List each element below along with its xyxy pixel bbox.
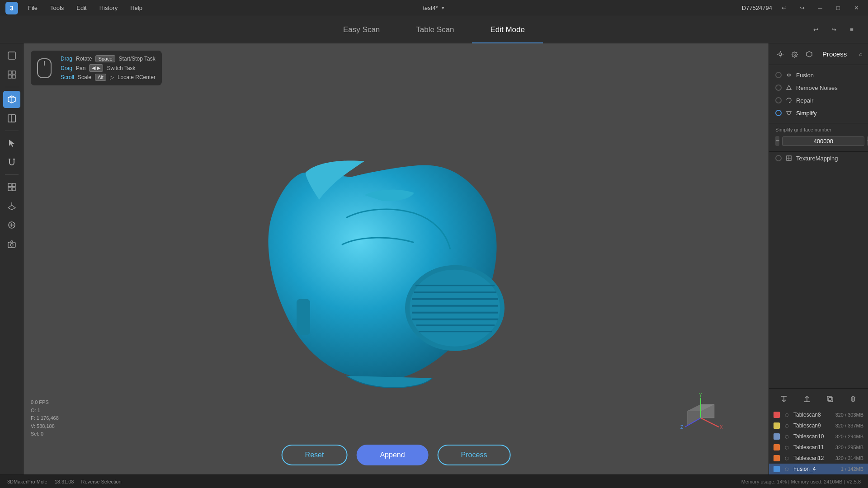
viewport-hints: Drag Rotate Space Start/Stop Task Drag P…: [31, 51, 162, 85]
scan-item-tablescan10[interactable]: ⬡ Tablescan10 320 / 294MB: [769, 431, 868, 442]
tab-table-scan[interactable]: Table Scan: [398, 16, 472, 43]
tool-crosshatch[interactable]: [3, 178, 20, 196]
bottom-buttons: Reset Append Process: [282, 445, 511, 465]
scan-icon-fusion4: ⬡: [783, 466, 790, 472]
navbar-menu-btn[interactable]: ≡: [844, 23, 859, 37]
navbar-redo-btn[interactable]: ↪: [826, 23, 841, 37]
hint-pan-label: Pan: [76, 65, 85, 71]
process-item-simplify[interactable]: Simplify: [769, 107, 868, 119]
svg-point-24: [10, 244, 13, 246]
hint-row-pan: Drag Pan ◀ ▶ Switch Task: [61, 64, 156, 72]
panel-icon-sun[interactable]: [774, 48, 786, 60]
hint-space-key: Space: [95, 55, 115, 62]
panel-expand-btn[interactable]: ⌕: [859, 51, 863, 57]
hint-switch-task: Switch Task: [107, 65, 135, 71]
process-item-texture-mapping[interactable]: TextureMapping: [769, 152, 868, 164]
hint-start-stop: Start/Stop Task: [119, 56, 156, 62]
repair-icon: [785, 97, 793, 104]
scan-color-tablescan10: [774, 433, 780, 440]
scan-list: ⬡ Tablescan8 320 / 303MB ⬡ Tablescan9 32…: [769, 409, 868, 474]
scan-item-tablescan11[interactable]: ⬡ Tablescan11 320 / 295MB: [769, 442, 868, 453]
fusion-icon: [785, 71, 793, 79]
scan-name-tablescan9: Tablescan9: [793, 422, 832, 429]
menu-help[interactable]: Help: [127, 4, 145, 12]
hint-locate-center: Locate RCenter: [118, 74, 156, 80]
scan-size-tablescan8: 320 / 303MB: [835, 412, 863, 418]
viewport[interactable]: Drag Rotate Space Start/Stop Task Drag P…: [24, 43, 769, 474]
navbar: Easy Scan Table Scan Edit Mode ↩ ↪ ≡: [0, 16, 868, 43]
scan-icon-tablescan8: ⬡: [783, 412, 790, 418]
main-layout: Drag Rotate Space Start/Stop Task Drag P…: [0, 43, 868, 474]
scan-item-tablescan8[interactable]: ⬡ Tablescan8 320 / 303MB: [769, 409, 868, 420]
svg-rect-23: [8, 242, 15, 248]
reset-button[interactable]: Reset: [282, 445, 348, 465]
scan-size-tablescan9: 320 / 337MB: [835, 423, 863, 428]
scan-name-tablescan11: Tablescan11: [793, 444, 832, 450]
process-item-remove-noises[interactable]: Remove Noises: [769, 81, 868, 94]
process-item-fusion[interactable]: Fusion: [769, 69, 868, 81]
tool-add-layer[interactable]: [3, 216, 20, 234]
panel-duplicate-btn[interactable]: [823, 392, 837, 406]
svg-marker-29: [701, 404, 714, 418]
tab-edit-mode[interactable]: Edit Mode: [472, 16, 543, 43]
close-btn[interactable]: ✕: [850, 2, 863, 14]
panel-import-btn[interactable]: [777, 392, 791, 406]
panel-icon-settings[interactable]: [789, 48, 801, 60]
scan-item-tablescan9[interactable]: ⬡ Tablescan9 320 / 337MB: [769, 420, 868, 431]
hint-row-scale: Scroll Scale Alt ▷ Locate RCenter: [61, 74, 156, 81]
toolbar-separator-2: [5, 131, 19, 131]
minimize-btn[interactable]: ─: [814, 2, 826, 14]
scan-item-tablescan12[interactable]: ⬡ Tablescan12 320 / 314MB: [769, 453, 868, 464]
model-svg: [238, 136, 554, 408]
scan-color-tablescan9: [774, 422, 780, 429]
tool-magnet[interactable]: [3, 154, 20, 171]
tool-view-box[interactable]: [3, 47, 20, 64]
append-button[interactable]: Append: [356, 445, 428, 465]
maximize-btn[interactable]: □: [832, 2, 844, 14]
sel-count: Sel: 0: [31, 430, 59, 438]
undo-btn[interactable]: ↩: [778, 2, 790, 14]
panel-delete-btn[interactable]: [846, 392, 860, 406]
redo-btn[interactable]: ↪: [796, 2, 808, 14]
menu-history[interactable]: History: [97, 4, 120, 12]
panel-export-btn[interactable]: [800, 392, 814, 406]
scan-item-fusion4[interactable]: ⬡ Fusion_4 1 / 142MB: [769, 464, 868, 474]
tool-panel[interactable]: [3, 110, 20, 127]
tool-plane[interactable]: [3, 197, 20, 215]
statusbar-action: Reverse Selection: [81, 479, 121, 484]
scan-icon-tablescan9: ⬡: [783, 422, 790, 429]
tool-cube[interactable]: [3, 91, 20, 108]
process-item-repair[interactable]: Repair: [769, 94, 868, 107]
svg-rect-14: [12, 183, 15, 187]
tool-grid-view[interactable]: [3, 66, 20, 83]
navbar-undo-btn[interactable]: ↩: [808, 23, 823, 37]
svg-rect-2: [12, 71, 15, 74]
menu-edit[interactable]: Edit: [74, 4, 89, 12]
scan-color-tablescan12: [774, 455, 780, 461]
hint-alt-key: Alt: [95, 74, 106, 81]
svg-text:Y: Y: [699, 393, 702, 398]
remove-noises-icon: [785, 84, 793, 91]
process-button[interactable]: Process: [438, 445, 511, 465]
panel-actions: [769, 388, 868, 409]
simplify-value-input[interactable]: [782, 136, 864, 146]
fusion-label: Fusion: [796, 72, 814, 79]
project-dropdown-arrow[interactable]: ▼: [441, 5, 445, 10]
tool-select[interactable]: [3, 135, 20, 152]
panel-icon-box[interactable]: [803, 48, 815, 60]
hint-drag-pan: Drag: [61, 65, 72, 71]
tool-camera[interactable]: [3, 235, 20, 253]
left-clasp: [297, 299, 310, 335]
scan-color-tablescan8: [774, 412, 780, 418]
scan-name-tablescan8: Tablescan8: [793, 412, 832, 418]
toolbar-separator-3: [5, 174, 19, 175]
scan-name-tablescan12: Tablescan12: [793, 455, 832, 461]
simplify-minus-btn[interactable]: −: [775, 136, 779, 146]
tab-easy-scan[interactable]: Easy Scan: [325, 16, 398, 43]
menu-file[interactable]: File: [25, 4, 40, 12]
svg-text:X: X: [720, 425, 723, 430]
axis-indicator: X Y Z: [678, 393, 723, 438]
menu-tools[interactable]: Tools: [47, 4, 66, 12]
svg-rect-0: [8, 52, 15, 59]
remove-noises-label: Remove Noises: [796, 84, 838, 91]
